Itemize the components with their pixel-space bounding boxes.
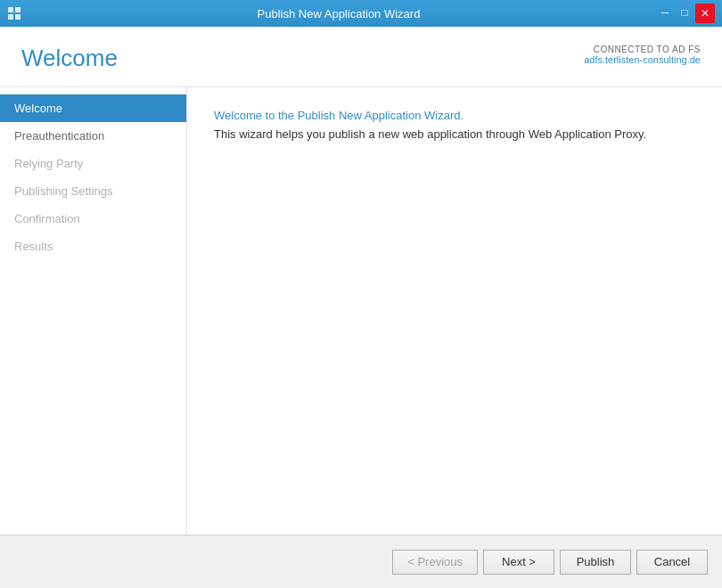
sidebar-item-results: Results: [0, 233, 186, 260]
sidebar: Welcome Preauthentication Relying Party …: [0, 87, 187, 535]
title-bar: Publish New Application Wizard ─ □ ✕: [0, 0, 722, 27]
sidebar-item-confirmation: Confirmation: [0, 205, 186, 233]
app-icon: [7, 6, 21, 20]
main-window: Publish New Application Wizard ─ □ ✕ Wel…: [0, 0, 722, 588]
footer: < Previous Next > Publish Cancel: [0, 535, 722, 588]
minimize-button[interactable]: ─: [656, 4, 674, 21]
svg-rect-2: [8, 14, 13, 20]
connection-server: adfs.terlisten-consulting.de: [584, 54, 701, 65]
maximize-button[interactable]: □: [676, 4, 693, 21]
sidebar-item-preauthentication[interactable]: Preauthentication: [0, 122, 186, 150]
sidebar-item-publishing-settings: Publishing Settings: [0, 177, 186, 205]
previous-button[interactable]: < Previous: [392, 550, 478, 575]
sidebar-item-welcome[interactable]: Welcome: [0, 94, 186, 122]
svg-rect-0: [8, 7, 13, 12]
publish-button[interactable]: Publish: [560, 550, 631, 575]
next-button[interactable]: Next >: [483, 550, 554, 575]
cancel-button[interactable]: Cancel: [636, 550, 708, 575]
welcome-line2: This wizard helps you publish a new web …: [214, 127, 695, 141]
main-body: Welcome Preauthentication Relying Party …: [0, 87, 722, 535]
svg-rect-3: [15, 14, 21, 20]
svg-rect-1: [15, 7, 21, 12]
welcome-line1: Welcome to the Publish New Application W…: [214, 109, 695, 122]
header: Welcome CONNECTED TO AD FS adfs.terliste…: [0, 27, 722, 87]
connection-info: CONNECTED TO AD FS adfs.terlisten-consul…: [584, 45, 701, 65]
sidebar-item-relying-party: Relying Party: [0, 150, 186, 177]
window-title: Publish New Application Wizard: [21, 7, 656, 20]
close-button[interactable]: ✕: [695, 4, 715, 23]
window-controls: ─ □ ✕: [656, 4, 715, 23]
page-title: Welcome: [21, 45, 118, 72]
connection-label: CONNECTED TO AD FS: [584, 45, 701, 54]
content-area: Welcome CONNECTED TO AD FS adfs.terliste…: [0, 27, 722, 588]
content-panel: Welcome to the Publish New Application W…: [187, 87, 722, 535]
